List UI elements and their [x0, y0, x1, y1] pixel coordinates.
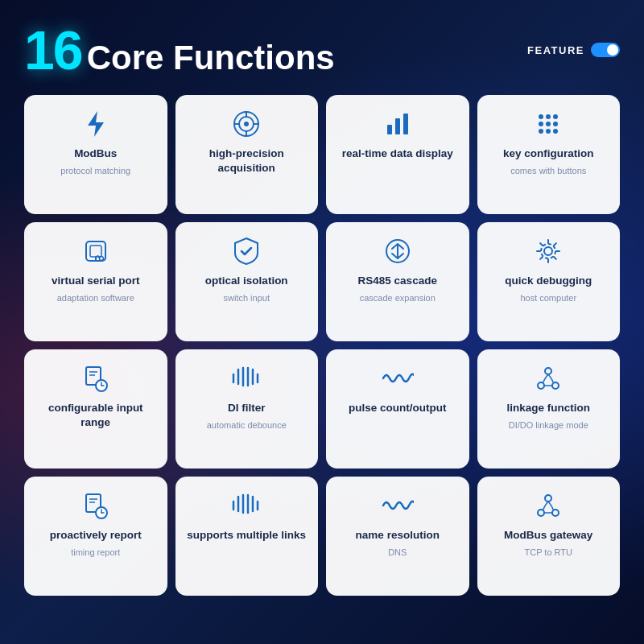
card-configurable-title: configurable input range [32, 401, 159, 429]
card-virtual-serial-title: virtual serial port [52, 274, 140, 288]
card-di-filter-sub: automatic debounce [207, 419, 287, 431]
card-virtual-serial: virtual serial port adaptation software [24, 222, 167, 341]
card-quick-debug-sub: host computer [520, 292, 576, 303]
card-proactive-sub: timing report [71, 547, 120, 558]
title-area: 16 Core Functions [24, 23, 335, 77]
header: 16 Core Functions FEATURE [24, 23, 620, 77]
card-rs485-sub: cascade expansion [360, 292, 436, 303]
card-modbus-gateway-sub: TCP to RTU [525, 547, 573, 558]
card-proactive-title: proactively report [50, 528, 142, 543]
card-optical-isolation-sub: switch input [224, 292, 270, 303]
card-di-filter: DI filter automatic debounce [175, 349, 319, 469]
cycle2-icon [535, 491, 562, 520]
card-key-config-sub: comes with buttons [510, 165, 586, 176]
card-name-resolution: name resolution DNS [326, 477, 469, 596]
card-modbus-gateway-title: ModBus gateway [504, 528, 592, 543]
doc-clock2-icon [82, 491, 109, 520]
card-configurable: configurable input range [24, 349, 167, 469]
card-linkage-title: linkage function [506, 401, 590, 415]
card-pulse-title: pulse count/output [349, 401, 446, 415]
title-text: Core Functions [87, 41, 335, 75]
svg-rect-21 [90, 246, 101, 257]
svg-point-13 [553, 114, 558, 119]
svg-point-55 [545, 495, 551, 502]
card-rs485: RS485 cascade cascade expansion [326, 222, 469, 341]
svg-point-15 [546, 122, 551, 126]
card-modbus-gateway: ModBus gateway TCP to RTU [477, 477, 621, 596]
title-number: 16 [24, 23, 82, 77]
card-optical-isolation-title: optical isolation [205, 274, 288, 288]
svg-point-57 [552, 510, 559, 516]
svg-point-18 [546, 129, 551, 134]
card-key-config: key configuration comes with buttons [477, 95, 621, 214]
card-quick-debug-title: quick debugging [505, 274, 592, 288]
card-high-precision: high-precision acquisition [175, 95, 319, 214]
svg-rect-8 [387, 125, 392, 134]
card-quick-debug: quick debugging host computer [477, 222, 621, 341]
wave-bars-icon [230, 364, 262, 393]
card-virtual-serial-sub: adaptation software [57, 292, 134, 303]
card-key-config-title: key configuration [503, 147, 594, 161]
svg-point-23 [99, 257, 103, 261]
pulse-wave2-icon [382, 491, 414, 520]
svg-point-17 [539, 129, 543, 134]
cycle-icon [535, 364, 562, 393]
bolt-icon [85, 109, 107, 138]
card-name-resolution-title: name resolution [356, 528, 440, 543]
main-content: 16 Core Functions FEATURE ModBus protoco… [0, 0, 644, 612]
grid-dots-icon [535, 109, 562, 138]
arrows-exchange-icon [384, 237, 411, 266]
svg-point-41 [538, 382, 544, 389]
svg-point-11 [539, 114, 543, 119]
card-di-filter-title: DI filter [228, 401, 266, 415]
card-optical-isolation: optical isolation switch input [175, 222, 319, 341]
svg-marker-0 [88, 111, 104, 137]
card-multiple-links-title: supports multiple links [187, 528, 306, 543]
card-pulse: pulse count/output [326, 349, 469, 469]
bar-chart-icon [384, 109, 411, 138]
feature-label: FEATURE [527, 44, 584, 56]
svg-point-26 [544, 247, 552, 255]
feature-badge: FEATURE [527, 43, 620, 57]
svg-point-14 [539, 122, 543, 126]
wave-bars2-icon [230, 491, 262, 520]
doc-clock-icon [82, 364, 109, 393]
card-modbus-title: ModBus [74, 147, 117, 161]
pulse-wave-icon [382, 364, 414, 393]
feature-toggle[interactable] [591, 43, 620, 57]
svg-point-42 [552, 382, 559, 389]
card-multiple-links: supports multiple links [175, 477, 319, 596]
svg-point-56 [538, 510, 544, 516]
card-proactive-report: proactively report timing report [24, 477, 167, 596]
features-grid: ModBus protocol matching high-precision … [24, 95, 620, 596]
svg-point-12 [546, 114, 551, 119]
card-modbus: ModBus protocol matching [24, 95, 167, 214]
svg-point-16 [553, 122, 558, 126]
card-name-resolution-sub: DNS [388, 547, 407, 558]
card-linkage: linkage function DI/DO linkage mode [477, 349, 621, 469]
card-realtime: real-time data display [326, 95, 469, 214]
svg-point-27 [541, 244, 555, 258]
svg-point-3 [244, 122, 249, 126]
card-rs485-title: RS485 cascade [358, 274, 437, 288]
svg-point-40 [545, 368, 551, 374]
svg-rect-9 [395, 118, 400, 134]
gear-icon [535, 237, 562, 266]
card-modbus-sub: protocol matching [60, 165, 130, 176]
card-high-precision-title: high-precision acquisition [184, 147, 311, 175]
card-realtime-title: real-time data display [342, 147, 453, 161]
serial-port-icon [82, 237, 109, 266]
shield-check-icon [233, 237, 259, 266]
card-linkage-sub: DI/DO linkage mode [509, 419, 588, 431]
svg-point-19 [553, 129, 558, 134]
target-icon [233, 109, 260, 138]
svg-rect-10 [403, 114, 408, 134]
